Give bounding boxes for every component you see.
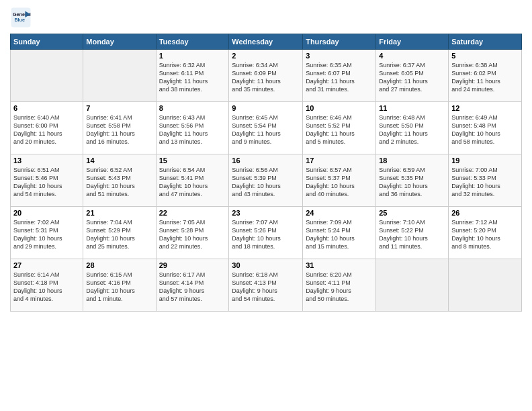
- calendar-cell: 28Sunrise: 6:15 AM Sunset: 4:16 PM Dayli…: [83, 259, 156, 312]
- day-info: Sunrise: 6:20 AM Sunset: 4:11 PM Dayligh…: [306, 271, 373, 304]
- header: General Blue: [10, 7, 522, 28]
- calendar-cell: 13Sunrise: 6:51 AM Sunset: 5:46 PM Dayli…: [11, 154, 83, 207]
- calendar-cell: 10Sunrise: 6:46 AM Sunset: 5:52 PM Dayli…: [303, 102, 376, 154]
- day-number: 13: [13, 156, 80, 165]
- calendar-cell: 2Sunrise: 6:34 AM Sunset: 6:09 PM Daylig…: [229, 50, 303, 102]
- day-number: 21: [86, 209, 152, 217]
- day-info: Sunrise: 7:10 AM Sunset: 5:22 PM Dayligh…: [379, 218, 445, 251]
- calendar-cell: 26Sunrise: 7:12 AM Sunset: 5:20 PM Dayli…: [449, 207, 522, 259]
- calendar-cell: 21Sunrise: 7:04 AM Sunset: 5:29 PM Dayli…: [83, 207, 156, 259]
- day-info: Sunrise: 6:49 AM Sunset: 5:48 PM Dayligh…: [451, 113, 519, 146]
- weekday-header-thursday: Thursday: [303, 34, 376, 50]
- weekday-header-tuesday: Tuesday: [156, 34, 229, 50]
- day-number: 27: [13, 261, 80, 269]
- weekday-header-wednesday: Wednesday: [229, 34, 303, 50]
- day-number: 6: [13, 104, 80, 112]
- day-number: 20: [13, 209, 80, 217]
- calendar-cell: 4Sunrise: 6:37 AM Sunset: 6:05 PM Daylig…: [376, 50, 449, 102]
- calendar-cell: 20Sunrise: 7:02 AM Sunset: 5:31 PM Dayli…: [11, 207, 83, 259]
- day-number: 3: [306, 52, 373, 60]
- day-info: Sunrise: 6:40 AM Sunset: 6:00 PM Dayligh…: [13, 113, 80, 146]
- logo: General Blue: [10, 7, 32, 28]
- day-number: 18: [379, 156, 445, 165]
- calendar-week-1: 1Sunrise: 6:32 AM Sunset: 6:11 PM Daylig…: [11, 50, 522, 102]
- calendar-week-4: 20Sunrise: 7:02 AM Sunset: 5:31 PM Dayli…: [11, 207, 522, 259]
- day-info: Sunrise: 6:37 AM Sunset: 6:05 PM Dayligh…: [379, 61, 445, 94]
- calendar-cell: 6Sunrise: 6:40 AM Sunset: 6:00 PM Daylig…: [11, 102, 83, 154]
- day-number: 7: [86, 104, 152, 112]
- calendar-cell: 19Sunrise: 7:00 AM Sunset: 5:33 PM Dayli…: [449, 154, 522, 207]
- day-number: 28: [86, 261, 152, 269]
- day-info: Sunrise: 6:51 AM Sunset: 5:46 PM Dayligh…: [13, 166, 80, 199]
- day-info: Sunrise: 6:14 AM Sunset: 4:18 PM Dayligh…: [13, 271, 80, 304]
- day-info: Sunrise: 6:46 AM Sunset: 5:52 PM Dayligh…: [306, 113, 373, 146]
- day-info: Sunrise: 7:12 AM Sunset: 5:20 PM Dayligh…: [451, 218, 519, 251]
- day-info: Sunrise: 6:59 AM Sunset: 5:35 PM Dayligh…: [379, 166, 445, 199]
- day-info: Sunrise: 6:41 AM Sunset: 5:58 PM Dayligh…: [86, 113, 152, 146]
- day-info: Sunrise: 6:17 AM Sunset: 4:14 PM Dayligh…: [159, 271, 226, 304]
- calendar-week-3: 13Sunrise: 6:51 AM Sunset: 5:46 PM Dayli…: [11, 154, 522, 207]
- day-info: Sunrise: 6:32 AM Sunset: 6:11 PM Dayligh…: [159, 61, 226, 94]
- day-number: 29: [159, 261, 226, 269]
- day-info: Sunrise: 6:18 AM Sunset: 4:13 PM Dayligh…: [232, 271, 300, 304]
- day-number: 30: [232, 261, 300, 269]
- day-number: 12: [451, 104, 519, 112]
- calendar-cell: 14Sunrise: 6:52 AM Sunset: 5:43 PM Dayli…: [83, 154, 156, 207]
- weekday-header-friday: Friday: [376, 34, 449, 50]
- calendar-cell: 31Sunrise: 6:20 AM Sunset: 4:11 PM Dayli…: [303, 259, 376, 312]
- day-info: Sunrise: 6:34 AM Sunset: 6:09 PM Dayligh…: [232, 61, 300, 94]
- calendar-cell: 12Sunrise: 6:49 AM Sunset: 5:48 PM Dayli…: [449, 102, 522, 154]
- calendar-cell: 9Sunrise: 6:45 AM Sunset: 5:54 PM Daylig…: [229, 102, 303, 154]
- calendar-cell: 30Sunrise: 6:18 AM Sunset: 4:13 PM Dayli…: [229, 259, 303, 312]
- calendar-week-5: 27Sunrise: 6:14 AM Sunset: 4:18 PM Dayli…: [11, 259, 522, 312]
- calendar-cell: 11Sunrise: 6:48 AM Sunset: 5:50 PM Dayli…: [376, 102, 449, 154]
- calendar-cell: 27Sunrise: 6:14 AM Sunset: 4:18 PM Dayli…: [11, 259, 83, 312]
- calendar-cell: [11, 50, 83, 102]
- weekday-header-row: SundayMondayTuesdayWednesdayThursdayFrid…: [11, 34, 522, 50]
- day-info: Sunrise: 7:05 AM Sunset: 5:28 PM Dayligh…: [159, 218, 226, 251]
- calendar-week-2: 6Sunrise: 6:40 AM Sunset: 6:00 PM Daylig…: [11, 102, 522, 154]
- weekday-header-monday: Monday: [83, 34, 156, 50]
- calendar-cell: 23Sunrise: 7:07 AM Sunset: 5:26 PM Dayli…: [229, 207, 303, 259]
- weekday-header-sunday: Sunday: [11, 34, 83, 50]
- svg-text:Blue: Blue: [14, 17, 25, 23]
- day-number: 14: [86, 156, 152, 165]
- day-info: Sunrise: 6:35 AM Sunset: 6:07 PM Dayligh…: [306, 61, 373, 94]
- calendar-cell: 7Sunrise: 6:41 AM Sunset: 5:58 PM Daylig…: [83, 102, 156, 154]
- day-info: Sunrise: 6:38 AM Sunset: 6:02 PM Dayligh…: [451, 61, 519, 94]
- day-info: Sunrise: 6:57 AM Sunset: 5:37 PM Dayligh…: [306, 166, 373, 199]
- calendar-cell: 29Sunrise: 6:17 AM Sunset: 4:14 PM Dayli…: [156, 259, 229, 312]
- calendar-cell: 1Sunrise: 6:32 AM Sunset: 6:11 PM Daylig…: [156, 50, 229, 102]
- day-info: Sunrise: 7:00 AM Sunset: 5:33 PM Dayligh…: [451, 166, 519, 199]
- calendar-cell: 18Sunrise: 6:59 AM Sunset: 5:35 PM Dayli…: [376, 154, 449, 207]
- calendar-table: SundayMondayTuesdayWednesdayThursdayFrid…: [10, 34, 522, 312]
- day-number: 26: [451, 209, 519, 217]
- calendar-cell: 22Sunrise: 7:05 AM Sunset: 5:28 PM Dayli…: [156, 207, 229, 259]
- day-number: 16: [232, 156, 300, 165]
- day-info: Sunrise: 7:04 AM Sunset: 5:29 PM Dayligh…: [86, 218, 152, 251]
- day-info: Sunrise: 6:54 AM Sunset: 5:41 PM Dayligh…: [159, 166, 226, 199]
- calendar-cell: 5Sunrise: 6:38 AM Sunset: 6:02 PM Daylig…: [449, 50, 522, 102]
- day-number: 25: [379, 209, 445, 217]
- calendar-cell: 25Sunrise: 7:10 AM Sunset: 5:22 PM Dayli…: [376, 207, 449, 259]
- calendar-cell: 24Sunrise: 7:09 AM Sunset: 5:24 PM Dayli…: [303, 207, 376, 259]
- calendar-cell: [83, 50, 156, 102]
- calendar-cell: 16Sunrise: 6:56 AM Sunset: 5:39 PM Dayli…: [229, 154, 303, 207]
- logo-icon: General Blue: [10, 7, 32, 28]
- day-number: 23: [232, 209, 300, 217]
- day-number: 8: [159, 104, 226, 112]
- day-number: 17: [306, 156, 373, 165]
- day-info: Sunrise: 6:15 AM Sunset: 4:16 PM Dayligh…: [86, 271, 152, 304]
- calendar-cell: [449, 259, 522, 312]
- day-number: 9: [232, 104, 300, 112]
- day-number: 15: [159, 156, 226, 165]
- day-info: Sunrise: 7:02 AM Sunset: 5:31 PM Dayligh…: [13, 218, 80, 251]
- day-info: Sunrise: 6:48 AM Sunset: 5:50 PM Dayligh…: [379, 113, 445, 146]
- day-info: Sunrise: 6:52 AM Sunset: 5:43 PM Dayligh…: [86, 166, 152, 199]
- day-number: 1: [159, 52, 226, 60]
- day-info: Sunrise: 7:07 AM Sunset: 5:26 PM Dayligh…: [232, 218, 300, 251]
- calendar-cell: 3Sunrise: 6:35 AM Sunset: 6:07 PM Daylig…: [303, 50, 376, 102]
- day-info: Sunrise: 6:43 AM Sunset: 5:56 PM Dayligh…: [159, 113, 226, 146]
- day-info: Sunrise: 6:45 AM Sunset: 5:54 PM Dayligh…: [232, 113, 300, 146]
- day-number: 19: [451, 156, 519, 165]
